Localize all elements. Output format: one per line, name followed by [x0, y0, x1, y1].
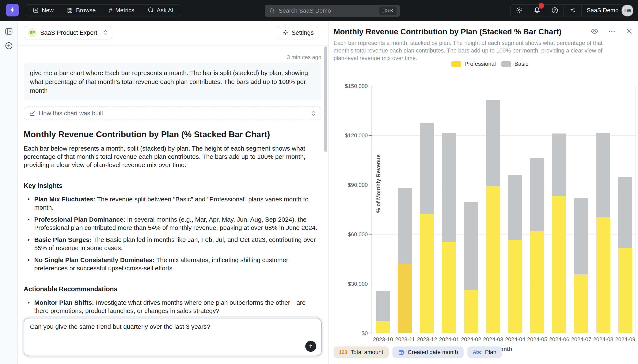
- help-button[interactable]: [546, 5, 563, 16]
- tag-label: Plan: [485, 349, 496, 356]
- tag-plan[interactable]: Abc Plan: [467, 346, 502, 358]
- x-tick-label: 2024-07: [570, 336, 592, 343]
- tag-created-date-month[interactable]: Created date month: [393, 346, 464, 358]
- y-tick-label: $60,000: [324, 231, 368, 238]
- bar-segment-basic-2024-04[interactable]: [508, 174, 522, 240]
- legend-item-basic[interactable]: Basic: [501, 61, 528, 67]
- x-tick-label: 2024-08: [592, 336, 614, 343]
- insight-label: Plan Mix Fluctuates:: [34, 196, 95, 203]
- nav-item-ask-ai[interactable]: Ask AI: [141, 5, 180, 16]
- list-item: Basic Plan Surges: The Basic plan led in…: [24, 236, 321, 252]
- bar-segment-basic-2023-12[interactable]: [420, 123, 434, 214]
- number-field-icon: 123: [339, 350, 347, 355]
- gridline: [372, 135, 635, 136]
- nav-item-label: Ask AI: [157, 7, 173, 14]
- chart-title: Monthly Revenue Contribution by Plan (St…: [334, 28, 595, 36]
- bar-segment-basic-2024-08[interactable]: [596, 133, 610, 218]
- app-logo[interactable]: [6, 4, 19, 16]
- bar-segment-professional-2024-03[interactable]: [486, 186, 500, 333]
- bar-segment-basic-2024-05[interactable]: [530, 158, 544, 231]
- bar-segment-basic-2023-10[interactable]: [376, 291, 390, 322]
- tag-label: Total amount: [351, 349, 383, 356]
- gridline: [372, 86, 635, 86]
- agent-settings-button[interactable]: Settings: [277, 26, 319, 40]
- calendar-icon: [398, 349, 404, 355]
- bar-segment-basic-2024-09[interactable]: [618, 177, 632, 248]
- app-root: New Browse # Metrics Ask AI: [0, 0, 638, 364]
- nav-right-group: SaaS Demo: [510, 4, 624, 16]
- bar-segment-professional-2024-08[interactable]: [596, 218, 610, 333]
- list-item: Plan Mix Fluctuates: The revenue split b…: [24, 195, 321, 212]
- sidebar-toggle-icon[interactable]: [5, 27, 13, 36]
- agent-selector[interactable]: SP SaaS Product Expert: [24, 26, 112, 40]
- bar-segment-basic-2024-02[interactable]: [464, 202, 478, 290]
- x-tick-label: 2023-11: [394, 336, 416, 343]
- x-tick-label: 2024-01: [438, 336, 460, 343]
- bar-segment-basic-2024-01[interactable]: [442, 133, 456, 242]
- notifications-button[interactable]: [528, 5, 546, 16]
- insight-label: Basic Plan Surges:: [34, 236, 92, 243]
- hash-icon: #: [109, 7, 112, 14]
- bar-segment-professional-2024-05[interactable]: [530, 231, 544, 333]
- nav-button-group: New Browse # Metrics Ask AI: [26, 4, 180, 16]
- list-item: No Single Plan Consistently Dominates: T…: [24, 256, 321, 272]
- response-heading: Monthly Revenue Contribution by Plan (% …: [24, 130, 321, 139]
- settings-label: Settings: [291, 29, 314, 36]
- bar-segment-professional-2024-04[interactable]: [508, 240, 522, 333]
- bar-segment-professional-2024-09[interactable]: [618, 248, 632, 333]
- y-axis-tick: [369, 284, 372, 284]
- nav-item-new[interactable]: New: [26, 5, 60, 16]
- x-tick-label: 2024-02: [460, 336, 482, 343]
- gear-icon: [516, 7, 523, 14]
- y-tick-label: $150,000: [324, 83, 368, 90]
- more-options-icon[interactable]: [607, 27, 616, 36]
- bar-segment-professional-2024-07[interactable]: [574, 274, 588, 333]
- how-chart-built-toggle[interactable]: How this chart was built: [24, 106, 321, 120]
- bar-segment-professional-2023-11[interactable]: [398, 264, 412, 333]
- tag-total-amount[interactable]: 123 Total amount: [334, 346, 389, 358]
- chat-input-box: Can you give the same trend but quarterl…: [24, 318, 322, 356]
- bar-segment-basic-2023-11[interactable]: [398, 188, 412, 264]
- global-search-input[interactable]: Search SaaS Demo ⌘+K: [265, 5, 400, 17]
- y-tick-label: $0: [324, 330, 368, 336]
- x-tick-label: 2023-10: [372, 336, 394, 343]
- legend-item-professional[interactable]: Professional: [451, 61, 496, 67]
- arrow-up-icon: [308, 343, 314, 349]
- agent-avatar: SP: [28, 28, 37, 37]
- ai-sparkles-button[interactable]: [563, 5, 581, 16]
- nav-item-label: Browse: [76, 7, 96, 14]
- new-thread-icon[interactable]: [5, 41, 13, 50]
- bar-segment-basic-2024-06[interactable]: [552, 134, 566, 196]
- settings-gear-button[interactable]: [511, 5, 528, 16]
- field-tags: 123 Total amount Created date month Abc …: [334, 346, 502, 358]
- top-nav: New Browse # Metrics Ask AI: [0, 0, 638, 21]
- recommendations-heading: Actionable Recommendations: [24, 285, 321, 293]
- send-button[interactable]: [305, 341, 316, 352]
- bar-segment-basic-2024-07[interactable]: [574, 198, 588, 274]
- bar-segment-professional-2024-06[interactable]: [552, 196, 566, 333]
- search-icon: [269, 8, 275, 14]
- chat-panel: SP SaaS Product Expert Settings 3 minute…: [18, 21, 329, 364]
- nav-item-metrics[interactable]: # Metrics: [102, 5, 141, 16]
- eye-icon[interactable]: [590, 27, 599, 36]
- workspace-switcher[interactable]: SaaS Demo: [581, 5, 624, 16]
- x-tick-label: 2024-05: [526, 336, 548, 343]
- list-item: Professional Plan Dominance: In several …: [24, 215, 321, 232]
- bar-segment-professional-2023-12[interactable]: [420, 214, 434, 333]
- user-avatar[interactable]: TW: [621, 5, 633, 16]
- bar-segment-professional-2024-02[interactable]: [464, 290, 478, 333]
- bar-segment-basic-2024-03[interactable]: [486, 100, 500, 186]
- bar-segment-professional-2024-01[interactable]: [442, 242, 456, 333]
- chat-scroll-area: 3 minutes ago give me a bar chart where …: [24, 46, 321, 316]
- chat-input[interactable]: Can you give the same trend but quarterl…: [30, 322, 300, 352]
- legend-swatch: [501, 61, 511, 67]
- chart-viewer-panel: Monthly Revenue Contribution by Plan (St…: [329, 21, 638, 364]
- nav-item-browse[interactable]: Browse: [60, 5, 102, 16]
- bar-segment-professional-2023-10[interactable]: [376, 321, 390, 333]
- workspace-name: SaaS Demo: [587, 7, 618, 14]
- x-tick-label: 2024-06: [548, 336, 570, 343]
- close-icon[interactable]: [625, 27, 633, 36]
- insight-label: Professional Plan Dominance:: [34, 216, 125, 223]
- y-axis-tick: [369, 333, 372, 334]
- x-tick-label: 2024-04: [504, 336, 526, 343]
